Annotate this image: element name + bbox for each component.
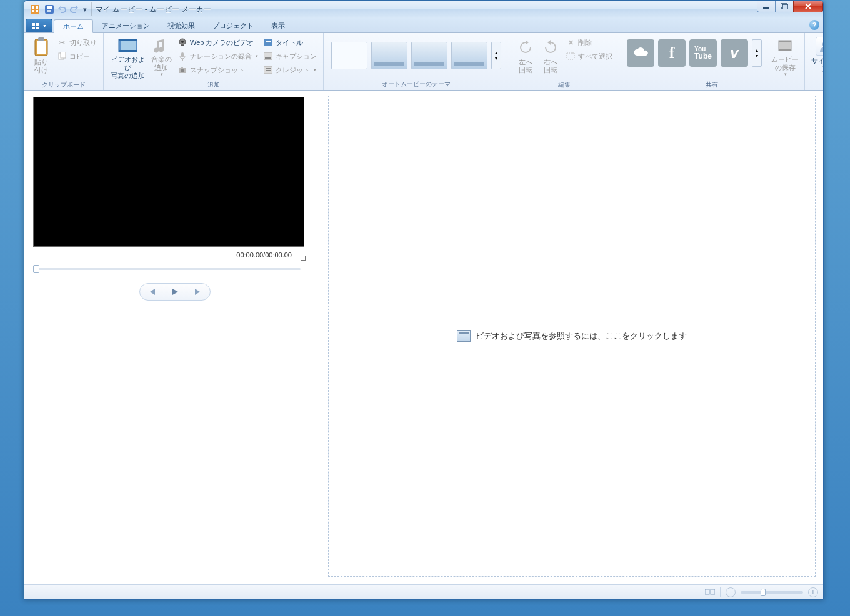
svg-rect-4 <box>36 10 38 12</box>
svg-rect-27 <box>181 45 184 46</box>
webcam-button[interactable]: Web カメラのビデオ <box>175 36 261 49</box>
share-vimeo-icon[interactable]: v <box>721 39 748 67</box>
app-icon[interactable] <box>29 4 41 15</box>
tab-view[interactable]: 表示 <box>262 19 294 32</box>
svg-rect-46 <box>711 589 715 594</box>
play-button[interactable] <box>162 283 188 301</box>
svg-rect-24 <box>119 50 138 52</box>
group-edit-label: 編集 <box>509 81 619 91</box>
seek-thumb[interactable] <box>33 265 39 273</box>
undo-icon[interactable] <box>56 4 68 15</box>
svg-rect-36 <box>265 57 271 59</box>
rotate-right-button[interactable]: 右へ 回転 <box>538 36 563 78</box>
select-all-icon <box>566 51 576 61</box>
copy-button[interactable]: コピー <box>54 49 99 63</box>
window-title: マイ ムービー - ムービー メーカー <box>96 4 211 15</box>
svg-rect-2 <box>36 6 38 9</box>
filmstrip-icon <box>118 37 138 54</box>
tab-visual-effects[interactable]: 視覚効果 <box>159 19 204 32</box>
rotate-left-icon <box>516 37 536 57</box>
rotate-left-button[interactable]: 左へ 回転 <box>513 36 538 78</box>
group-add-label: 追加 <box>104 81 323 91</box>
group-signin: サインイン <box>805 33 824 90</box>
svg-rect-10 <box>782 4 788 9</box>
microphone-icon <box>178 51 188 61</box>
svg-point-26 <box>181 41 184 43</box>
svg-rect-29 <box>182 59 183 61</box>
close-button[interactable] <box>793 1 823 12</box>
timeline-dropzone[interactable]: ビデオおよび写真を参照するには、ここをクリックします <box>328 96 816 577</box>
group-clipboard: 貼り 付け ✂切り取り コピー クリップボード <box>24 33 104 90</box>
save-icon[interactable] <box>44 4 55 15</box>
music-note-icon <box>151 37 171 54</box>
svg-rect-40 <box>567 53 574 59</box>
svg-rect-17 <box>37 41 46 54</box>
credit-button[interactable]: クレジット▾ <box>261 63 319 77</box>
tab-home[interactable]: ホーム <box>54 19 93 33</box>
tab-animation[interactable]: アニメーション <box>93 19 159 32</box>
svg-rect-45 <box>705 589 709 594</box>
svg-rect-32 <box>181 67 183 69</box>
status-bar: − + <box>24 584 823 599</box>
maximize-button[interactable] <box>775 1 794 12</box>
add-music-button[interactable]: 音楽の 追加▾ <box>148 36 175 78</box>
theme-1[interactable] <box>371 42 408 69</box>
delete-button[interactable]: ✕削除 <box>563 36 615 49</box>
webcam-icon <box>178 37 188 47</box>
svg-rect-14 <box>32 27 35 29</box>
qat-dropdown[interactable]: ▾ <box>81 2 89 16</box>
group-share: f YouTube v ▲▼ ムービー の保存▾ 共有 <box>619 33 805 90</box>
help-button[interactable]: ? <box>809 20 819 30</box>
snapshot-button[interactable]: スナップショット <box>175 63 261 77</box>
share-youtube-icon[interactable]: YouTube <box>689 39 717 67</box>
zoom-out-button[interactable]: − <box>726 587 736 597</box>
next-frame-button[interactable] <box>188 283 210 301</box>
seek-bar[interactable] <box>33 263 304 274</box>
tab-project[interactable]: プロジェクト <box>204 19 262 32</box>
transport-controls <box>139 283 211 301</box>
fullscreen-button[interactable] <box>296 251 304 259</box>
zoom-slider[interactable] <box>741 591 803 594</box>
svg-rect-35 <box>264 52 272 60</box>
add-media-button[interactable]: ビデオおよび 写真の追加 <box>108 36 148 78</box>
redo-icon[interactable] <box>69 4 80 15</box>
app-window: ▾ マイ ムービー - ムービー メーカー ▼ ホーム アニメーション 視覚効果… <box>24 0 824 600</box>
minimize-button[interactable] <box>757 1 776 12</box>
svg-rect-42 <box>779 41 791 42</box>
title-icon <box>263 37 273 47</box>
save-movie-button[interactable]: ムービー の保存▾ <box>769 36 801 78</box>
share-expand[interactable]: ▲▼ <box>752 39 762 67</box>
zoom-thumb[interactable] <box>761 589 766 596</box>
svg-rect-23 <box>119 39 138 41</box>
paste-button[interactable]: 貼り 付け <box>28 36 54 78</box>
theme-2[interactable] <box>411 42 448 69</box>
ribbon-tabs: ▼ ホーム アニメーション 視覚効果 プロジェクト 表示 ? <box>24 18 823 33</box>
scissors-icon: ✂ <box>57 37 67 47</box>
file-tab[interactable]: ▼ <box>26 19 52 32</box>
caption-button[interactable]: キャプション <box>261 49 319 63</box>
cut-button[interactable]: ✂切り取り <box>54 36 99 49</box>
share-facebook-icon[interactable]: f <box>658 39 686 67</box>
view-toggle-button[interactable] <box>705 588 715 597</box>
themes-expand[interactable]: ▲▼ <box>491 42 501 69</box>
share-onedrive-icon[interactable] <box>627 39 654 67</box>
narration-button[interactable]: ナレーションの録音▾ <box>175 49 261 63</box>
camera-icon <box>178 65 188 75</box>
svg-rect-39 <box>266 70 271 71</box>
theme-none[interactable] <box>331 42 368 69</box>
svg-point-31 <box>181 69 184 72</box>
svg-rect-28 <box>181 52 184 57</box>
zoom-in-button[interactable]: + <box>808 587 818 597</box>
group-clipboard-label: クリップボード <box>24 81 103 91</box>
workspace: 00:00.00/00:00.00 ビデオおよび写真を参照するには、ここをクリッ… <box>24 91 823 584</box>
ribbon: 貼り 付け ✂切り取り コピー クリップボード ビデオおよび 写真の追加 音楽の… <box>24 33 823 91</box>
prev-frame-button[interactable] <box>140 283 162 301</box>
svg-rect-3 <box>32 10 34 12</box>
svg-rect-15 <box>36 27 39 29</box>
media-thumbnail-icon <box>457 330 471 342</box>
select-all-button[interactable]: すべて選択 <box>563 49 615 63</box>
theme-3[interactable] <box>451 42 488 69</box>
title-button[interactable]: タイトル <box>261 36 319 49</box>
timeline-pane: ビデオおよび写真を参照するには、ここをクリックします <box>323 91 823 584</box>
signin-button[interactable]: サインイン <box>809 36 824 78</box>
